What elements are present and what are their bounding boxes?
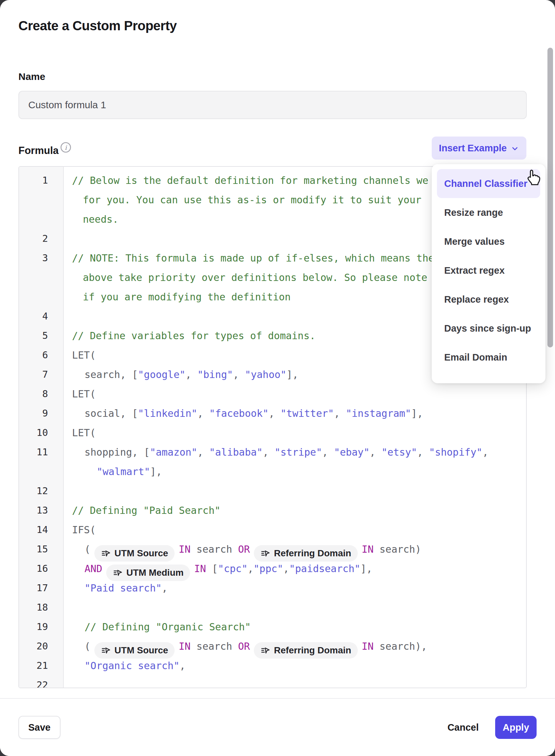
property-chip[interactable]: Referring Domain bbox=[254, 642, 358, 659]
event-property-icon bbox=[260, 548, 270, 558]
code-row: needs. bbox=[83, 209, 118, 229]
cancel-button[interactable]: Cancel bbox=[447, 716, 479, 739]
code-row: social, ["linkedin", "facebook", "twitte… bbox=[85, 404, 423, 423]
formula-label: Formula bbox=[18, 145, 58, 157]
code-row: shopping, ["amazon", "alibaba", "stripe"… bbox=[85, 442, 488, 462]
menu-item-days-since-sign-up[interactable]: Days since sign-up bbox=[437, 314, 540, 343]
code-row: "Organic search", bbox=[85, 656, 185, 675]
modal-footer: Save Cancel Apply bbox=[0, 698, 555, 756]
line-number: 7 bbox=[19, 365, 48, 384]
line-number: 14 bbox=[19, 520, 48, 540]
modal-scrollbar-thumb[interactable] bbox=[547, 48, 553, 347]
line-number: 15 bbox=[19, 540, 48, 559]
line-number: 20 bbox=[19, 637, 48, 656]
menu-item-replace-regex[interactable]: Replace regex bbox=[437, 285, 540, 314]
insert-example-menu: Channel ClassifierResize rangeMerge valu… bbox=[432, 164, 546, 383]
event-property-icon bbox=[260, 645, 270, 655]
hand-cursor-icon bbox=[523, 168, 542, 187]
code-row: "Paid search", bbox=[85, 579, 168, 598]
svg-text:i: i bbox=[65, 144, 68, 151]
line-number: 17 bbox=[19, 579, 48, 598]
line-number: 8 bbox=[19, 384, 48, 404]
save-button[interactable]: Save bbox=[18, 716, 60, 739]
code-row: (UTM SourceIN search ORReferring DomainI… bbox=[85, 540, 421, 559]
menu-item-email-domain[interactable]: Email Domain bbox=[437, 343, 540, 372]
event-property-icon bbox=[101, 645, 111, 655]
line-number: 12 bbox=[19, 481, 48, 501]
line-number: 21 bbox=[19, 656, 48, 675]
code-row: ANDUTM MediumIN ["cpc","ppc","paidsearch… bbox=[85, 559, 372, 579]
event-property-icon bbox=[101, 548, 111, 558]
code-row: LET( bbox=[72, 346, 96, 365]
insert-example-label: Insert Example bbox=[439, 143, 507, 154]
code-row: "walmart"], bbox=[97, 462, 162, 481]
create-custom-property-modal: Create a Custom Property Name Formula i … bbox=[0, 0, 555, 756]
line-number: 19 bbox=[19, 617, 48, 637]
name-input[interactable] bbox=[18, 91, 527, 119]
property-chip-label: Referring Domain bbox=[274, 642, 351, 659]
code-row: IFS( bbox=[72, 520, 96, 540]
modal-title: Create a Custom Property bbox=[18, 18, 177, 33]
menu-item-extract-regex[interactable]: Extract regex bbox=[437, 256, 540, 285]
line-number: 13 bbox=[19, 501, 48, 520]
line-number: 4 bbox=[19, 307, 48, 326]
code-row: // Define variables for types of domains… bbox=[72, 326, 316, 346]
apply-button[interactable]: Apply bbox=[495, 716, 537, 739]
line-number: 2 bbox=[19, 229, 48, 248]
event-property-icon bbox=[113, 568, 123, 578]
name-label: Name bbox=[18, 71, 45, 82]
line-number: 9 bbox=[19, 404, 48, 423]
insert-example-button[interactable]: Insert Example bbox=[432, 136, 526, 160]
line-number: 6 bbox=[19, 346, 48, 365]
line-number: 16 bbox=[19, 559, 48, 579]
menu-item-resize-range[interactable]: Resize range bbox=[437, 198, 540, 227]
line-number: 3 bbox=[19, 248, 48, 268]
code-row: above take priority over definitions bel… bbox=[83, 268, 486, 287]
line-number: 5 bbox=[19, 326, 48, 346]
chevron-down-icon bbox=[511, 145, 519, 153]
line-number: 1 bbox=[19, 171, 48, 190]
info-icon[interactable]: i bbox=[60, 142, 72, 153]
code-row: LET( bbox=[72, 384, 96, 404]
code-row: // Defining "Paid Search" bbox=[72, 501, 221, 520]
code-row: search, ["google", "bing", "yahoo"], bbox=[85, 365, 298, 384]
line-number: 18 bbox=[19, 598, 48, 617]
code-row: for you. You can use this as-is or modif… bbox=[83, 190, 422, 209]
line-number: 11 bbox=[19, 442, 48, 462]
code-row: if you are modifying the definition bbox=[83, 287, 291, 307]
line-number: 10 bbox=[19, 423, 48, 442]
code-row: LET( bbox=[72, 423, 96, 442]
line-number: 22 bbox=[19, 675, 48, 688]
menu-item-merge-values[interactable]: Merge values bbox=[437, 227, 540, 256]
code-row: (UTM SourceIN search ORReferring DomainI… bbox=[85, 637, 427, 656]
code-row: // Defining "Organic Search" bbox=[85, 617, 251, 637]
